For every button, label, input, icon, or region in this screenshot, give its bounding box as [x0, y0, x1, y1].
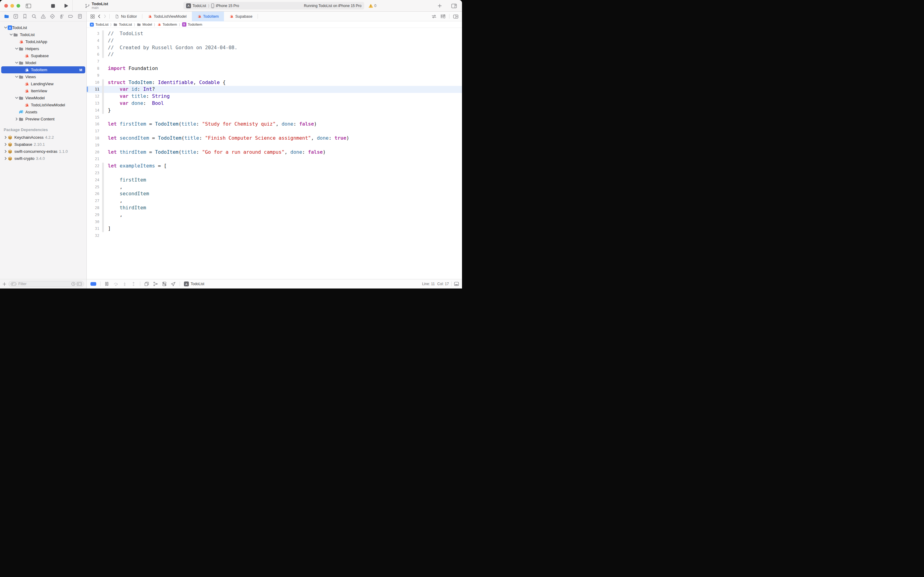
- fold-ribbon[interactable]: [101, 107, 105, 114]
- tab-todolistviewmodel[interactable]: TodoListViewModel: [142, 11, 192, 21]
- toggle-navigator-icon[interactable]: [26, 0, 31, 11]
- tree-item-model[interactable]: Model: [1, 59, 85, 66]
- tab-supabase[interactable]: Supabase: [224, 11, 258, 21]
- chevron-down-icon[interactable]: [14, 61, 19, 65]
- package-item-swift-concurrency-extras[interactable]: swift-concurrency-extras1.1.0: [1, 148, 85, 155]
- source-code-editor[interactable]: 3// TodoList4//5// Created by Russell Go…: [87, 28, 462, 279]
- fold-ribbon[interactable]: [101, 121, 105, 128]
- chevron-down-icon[interactable]: [14, 96, 19, 100]
- chevron-right-icon[interactable]: [4, 142, 8, 147]
- add-editor-plus-icon[interactable]: [438, 0, 442, 11]
- related-items-swap-icon[interactable]: [431, 15, 437, 19]
- line-number[interactable]: 27: [87, 197, 101, 205]
- line-number[interactable]: 18: [87, 135, 101, 142]
- code-line-9[interactable]: 9: [87, 72, 462, 79]
- warning-count-group[interactable]: 0: [369, 0, 377, 11]
- editor-layout-grid-icon[interactable]: [90, 15, 95, 19]
- breakpoints-icon[interactable]: [68, 14, 73, 19]
- fold-ribbon[interactable]: [101, 205, 105, 211]
- code-line-18[interactable]: 18let secondItem = TodoItem(title: "Fini…: [87, 135, 462, 142]
- code-line-21[interactable]: 21: [87, 156, 462, 163]
- tree-item-assets[interactable]: Assets: [1, 108, 85, 116]
- chevron-down-icon[interactable]: [14, 47, 19, 51]
- tree-item-todolistviewmodel[interactable]: TodoListViewModel: [1, 102, 85, 108]
- tab-todoitem[interactable]: TodoItem: [192, 11, 224, 21]
- simulate-location-icon[interactable]: [171, 282, 176, 286]
- line-number[interactable]: 5: [87, 44, 101, 52]
- package-item-supabase[interactable]: Supabase2.10.1: [1, 141, 85, 148]
- fold-ribbon[interactable]: [101, 51, 105, 58]
- view-hierarchy-icon[interactable]: [144, 282, 149, 286]
- fold-ribbon[interactable]: [101, 156, 105, 163]
- line-number[interactable]: 4: [87, 37, 101, 44]
- bottom-bar-toggle-icon[interactable]: [454, 282, 459, 286]
- fold-ribbon[interactable]: [101, 142, 105, 149]
- code-line-25[interactable]: 25 ,: [87, 184, 462, 191]
- fold-ribbon[interactable]: [101, 30, 105, 37]
- code-line-20[interactable]: 20let thirdItem = TodoItem(title: "Go fo…: [87, 149, 462, 156]
- line-number[interactable]: 28: [87, 205, 101, 211]
- fold-ribbon[interactable]: [101, 219, 105, 226]
- tree-item-todolist[interactable]: ATodoList: [1, 24, 85, 31]
- memory-graph-icon[interactable]: [153, 282, 158, 286]
- fold-ribbon[interactable]: [101, 93, 105, 100]
- fold-ribbon[interactable]: [101, 65, 105, 72]
- chevron-right-icon[interactable]: [4, 135, 8, 139]
- stop-button[interactable]: [51, 0, 55, 11]
- code-line-19[interactable]: 19: [87, 142, 462, 149]
- filter-field[interactable]: [8, 281, 84, 287]
- code-line-8[interactable]: 8import Foundation: [87, 65, 462, 72]
- tree-item-landingview[interactable]: LandingView: [1, 81, 85, 87]
- line-number[interactable]: 10: [87, 79, 101, 86]
- code-line-3[interactable]: 3// TodoList: [87, 30, 462, 37]
- line-number[interactable]: 22: [87, 163, 101, 169]
- environment-overrides-icon[interactable]: [162, 282, 167, 286]
- fold-ribbon[interactable]: [101, 232, 105, 239]
- code-line-26[interactable]: 26 secondItem: [87, 190, 462, 197]
- code-line-31[interactable]: 31]: [87, 225, 462, 232]
- fold-ribbon[interactable]: [101, 190, 105, 197]
- fold-ribbon[interactable]: [101, 44, 105, 52]
- line-number[interactable]: 6: [87, 51, 101, 58]
- source-control-icon[interactable]: [13, 14, 18, 19]
- package-item-swift-crypto[interactable]: swift-crypto3.4.0: [1, 155, 85, 162]
- breadcrumb-item-todolist-0[interactable]: ATodoList: [90, 23, 108, 27]
- fold-ribbon[interactable]: [101, 114, 105, 121]
- line-number[interactable]: 32: [87, 232, 101, 239]
- tree-item-supabase[interactable]: Supabase: [1, 52, 85, 59]
- code-line-15[interactable]: 15: [87, 114, 462, 121]
- line-number[interactable]: 23: [87, 169, 101, 177]
- bookmarks-icon[interactable]: [22, 14, 27, 19]
- fold-ribbon[interactable]: [101, 197, 105, 205]
- line-number[interactable]: 21: [87, 156, 101, 163]
- code-line-11[interactable]: 11 var id: Int?: [87, 86, 462, 93]
- breakpoints-toggle-icon[interactable]: [90, 282, 96, 286]
- chevron-down-icon[interactable]: [14, 75, 19, 79]
- tree-item-todoitem[interactable]: TodoItemM: [1, 66, 85, 73]
- reports-icon[interactable]: [77, 14, 82, 19]
- fold-ribbon[interactable]: [101, 100, 105, 107]
- code-line-4[interactable]: 4//: [87, 37, 462, 44]
- code-line-10[interactable]: 10struct TodoItem: Identifiable, Codable…: [87, 79, 462, 86]
- fold-ribbon[interactable]: [101, 149, 105, 156]
- tests-icon[interactable]: [50, 14, 55, 19]
- pause-icon[interactable]: [105, 282, 109, 286]
- close-window-button[interactable]: [4, 4, 8, 8]
- minimap-icon[interactable]: [440, 14, 446, 19]
- go-forward-icon[interactable]: [104, 15, 106, 18]
- debug-spray-icon[interactable]: [59, 14, 64, 19]
- source-control-status-filter-icon[interactable]: [77, 282, 82, 286]
- line-number[interactable]: 29: [87, 211, 101, 219]
- breadcrumb-item-todoitem-3[interactable]: TodoItem: [157, 23, 177, 27]
- line-number[interactable]: 8: [87, 65, 101, 72]
- code-line-14[interactable]: 14}: [87, 107, 462, 114]
- fold-ribbon[interactable]: [101, 37, 105, 44]
- code-line-24[interactable]: 24 firstItem: [87, 177, 462, 184]
- fold-ribbon[interactable]: [101, 177, 105, 184]
- running-app-label-group[interactable]: A TodoList: [184, 282, 204, 286]
- fold-ribbon[interactable]: [101, 184, 105, 191]
- line-number[interactable]: 24: [87, 177, 101, 184]
- fold-ribbon[interactable]: [101, 79, 105, 86]
- tree-item-todolistapp[interactable]: TodoListApp: [1, 38, 85, 45]
- chevron-down-icon[interactable]: [9, 33, 13, 37]
